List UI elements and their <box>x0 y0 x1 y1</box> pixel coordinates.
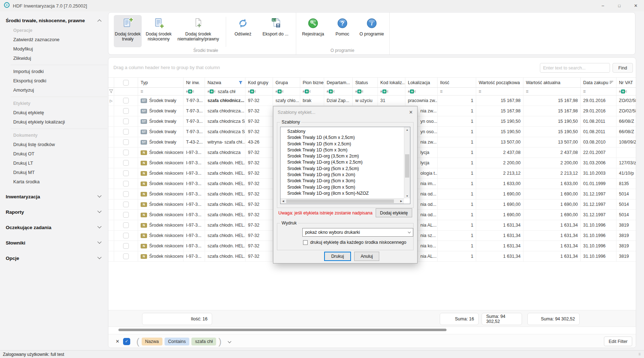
ribbon-button-xls-export[interactable]: XLSEksport do ... <box>260 15 291 47</box>
column-header-lokalizacja[interactable]: Lokalizacja <box>405 78 438 87</box>
cancel-button[interactable]: Anuluj <box>354 252 379 261</box>
row-checkbox[interactable] <box>123 222 129 228</box>
row-checkbox[interactable] <box>123 170 129 176</box>
filter-cell[interactable]: aBc <box>245 88 273 95</box>
column-header-ilość[interactable]: Ilość <box>438 78 476 87</box>
filter-cell[interactable]: = <box>581 88 616 95</box>
sidebar-item[interactable]: Karta środka <box>0 177 107 187</box>
template-list-item[interactable]: Srodek Trwaly 1D-org (8cm x 5cm)-NZOZ <box>287 190 404 197</box>
template-list-item[interactable]: Srodek Trwaly 1D-org (5cm x 2cm) <box>287 172 404 178</box>
filter-cell[interactable]: aBc <box>273 88 300 95</box>
dialog-titlebar[interactable]: Szablony etykiet... ✕ <box>273 106 417 118</box>
ribbon-button-page-add[interactable]: Dodaj środek niematerialny/prawny <box>176 15 221 47</box>
row-checkbox[interactable] <box>123 181 129 187</box>
row-checkbox[interactable] <box>123 191 129 197</box>
maximize-icon[interactable]: □ <box>611 0 628 11</box>
ribbon-button-refresh[interactable]: Odśwież <box>230 15 255 47</box>
scroll-left-icon[interactable]: ◀ <box>280 199 286 204</box>
print-each-asset-option[interactable]: drukuj etykietę dla każdego środka nisko… <box>303 240 406 245</box>
ribbon-button-doc-add-low[interactable]: Dodaj środek niskocenny <box>143 15 174 47</box>
row-expander-icon[interactable]: ▷ <box>110 99 113 103</box>
template-list-item[interactable]: Srodek Trwaly 1D (5cm x 3cm) <box>287 147 404 153</box>
sidebar-item[interactable]: Eksportuj środki <box>0 76 107 86</box>
column-header-grupa[interactable]: Grupa <box>273 78 300 87</box>
filter-cell[interactable]: aBc <box>184 88 205 95</box>
edit-filter-button[interactable]: Edit Filter <box>604 337 632 346</box>
filter-cell[interactable]: aBc <box>324 88 353 95</box>
template-list-item[interactable]: Srodek Trwaly 1D-org (5cm x 2,5cm) <box>287 166 404 172</box>
print-each-asset-checkbox[interactable] <box>303 240 308 245</box>
row-checkbox[interactable] <box>123 118 129 124</box>
scroll-right-icon[interactable]: ▶ <box>399 199 404 204</box>
template-list-item[interactable]: Srodek Trwaly 1D-org (4,5cm x 2,5cm) <box>287 159 404 165</box>
sidebar-item[interactable]: Modyfikuj <box>0 44 107 54</box>
group-by-panel[interactable]: Drag a column header here to group by th… <box>108 58 636 78</box>
sidebar-item[interactable]: Drukuj MT <box>0 168 107 177</box>
column-header-status[interactable]: Status <box>353 78 378 87</box>
column-header-typ[interactable]: Typ <box>138 78 184 87</box>
filter-field-chip[interactable]: Nazwa <box>142 338 162 345</box>
template-list-item[interactable]: Srodek Trwaly 1D (5cm x 2,5cm) <box>287 141 404 147</box>
row-checkbox[interactable] <box>123 253 129 259</box>
filter-cell[interactable]: aBc <box>353 88 378 95</box>
filter-cell[interactable]: = <box>138 88 184 95</box>
column-header-nr-vat[interactable]: Nr VAT <box>616 78 636 87</box>
search-input[interactable] <box>540 63 610 73</box>
row-checkbox[interactable] <box>123 243 129 249</box>
sidebar-group-fixed-assets[interactable]: Środki trwałe, niskocenne, prawne <box>0 15 107 26</box>
sidebar-group-collapsed[interactable]: Opcje <box>0 253 107 263</box>
sidebar-item[interactable]: Amortyzuj <box>0 86 107 95</box>
row-checkbox[interactable] <box>123 108 129 114</box>
filter-operator-chip[interactable]: Contains <box>165 338 189 345</box>
active-filter-funnel-icon[interactable] <box>239 81 243 84</box>
template-list-item[interactable]: Srodek Trwaly 1D-org (8cm x 5cm) <box>287 184 404 190</box>
minimize-icon[interactable]: – <box>595 0 611 11</box>
filter-value-chip[interactable]: szafa chł <box>191 338 216 345</box>
column-header-kod-grupy[interactable]: Kod grupy <box>245 78 273 87</box>
row-checkbox[interactable] <box>123 212 129 218</box>
scroll-down-icon[interactable]: ▼ <box>404 193 410 198</box>
horizontal-scrollbar[interactable] <box>108 328 636 332</box>
listbox-horizontal-scrollbar[interactable]: ◀ ▶ <box>280 198 404 204</box>
resize-grip[interactable]: ⠿ <box>638 353 641 356</box>
filter-chevron-down-icon[interactable] <box>228 340 231 343</box>
column-header-wartość-początkowa[interactable]: Wartość początkowa <box>476 78 523 87</box>
filter-cell[interactable]: = <box>476 88 523 95</box>
column-header-nr-inw-[interactable]: Nr inw. <box>184 78 205 87</box>
ribbon-button-help[interactable]: ?Pomoc <box>330 15 355 47</box>
add-label-button[interactable]: Dodaj etykietę <box>376 208 412 217</box>
sidebar-item[interactable]: Drukuj etykiety lokalizacji <box>0 117 107 127</box>
ribbon-button-doc-add[interactable]: Dodaj środek trwały <box>114 15 142 47</box>
select-all-checkbox[interactable] <box>123 80 129 86</box>
filter-cell[interactable]: aBc <box>405 88 438 95</box>
sidebar-item[interactable]: Drukuj LT <box>0 159 107 168</box>
filter-cell[interactable]: = <box>523 88 581 95</box>
filter-cell[interactable]: aBc <box>378 88 405 95</box>
column-header-pion-bizne-[interactable]: Pion bizne... <box>300 78 324 87</box>
sidebar-group-collapsed[interactable]: Słowniki <box>0 237 107 248</box>
printer-select-dropdown[interactable]: pokaż okno wyboru drukarki <box>302 228 413 237</box>
scrollbar-thumb[interactable] <box>118 329 447 331</box>
row-checkbox[interactable] <box>123 202 129 207</box>
ribbon-button-key[interactable]: Rejestracja <box>299 15 327 47</box>
sidebar-item[interactable]: Drukuj etykietę <box>0 108 107 117</box>
template-list-item[interactable]: Srodek Trwaly 1D-org (5cm x 3cm) <box>287 178 404 184</box>
row-checkbox[interactable] <box>123 139 129 145</box>
templates-listbox[interactable]: SzablonySrodek Trwaly 1D (4,5cm x 2,5cm)… <box>280 127 410 204</box>
column-header-nazwa[interactable]: Nazwa <box>205 78 245 87</box>
sidebar-item[interactable]: Zatwierdź zaznaczone <box>0 35 107 44</box>
column-header-departam-[interactable]: Departam... <box>324 78 353 87</box>
template-list-item[interactable]: Srodek Trwaly 1D-org (3,5cm x 2cm) <box>287 153 404 159</box>
sidebar-item[interactable]: Drukuj listę środków <box>0 140 107 149</box>
find-button[interactable]: Find <box>613 63 633 73</box>
sidebar-item[interactable]: Importuj środki <box>0 67 107 76</box>
ribbon-button-info[interactable]: iO programie <box>357 15 386 47</box>
dialog-close-icon[interactable]: ✕ <box>409 110 413 115</box>
filter-cell[interactable]: aBc <box>300 88 324 95</box>
print-button[interactable]: Drukuj <box>324 252 351 261</box>
sidebar-item[interactable]: Zlikwiduj <box>0 54 107 63</box>
column-header-data-zakupu[interactable]: Data zakupu <box>581 78 616 87</box>
scrollbar-thumb[interactable] <box>286 199 394 203</box>
filter-cell[interactable]: aBcszafa chł <box>205 88 245 95</box>
column-header-wartość-aktualna[interactable]: Wartość aktualna <box>523 78 581 87</box>
